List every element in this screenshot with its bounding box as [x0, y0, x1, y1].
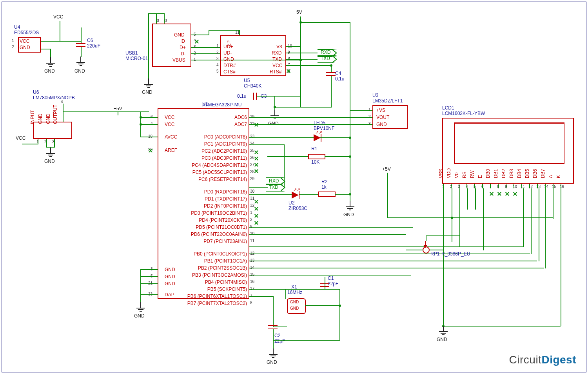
u3-part: LM35DZ/LFT1 [372, 98, 403, 104]
lcd-p7: DB0 [485, 169, 491, 178]
wire [300, 16, 301, 107]
u6-part: LM7805MPX/NOPB [33, 95, 75, 100]
brand-b: Digest [541, 354, 576, 366]
brand-a: Circuit [509, 354, 542, 366]
nc-icon [513, 192, 517, 196]
u6-in: INPUT [30, 110, 35, 124]
gnd-text: GND [267, 359, 277, 365]
u2-ref: U2 [289, 200, 294, 206]
wire [483, 188, 484, 250]
junction [140, 116, 142, 119]
usb-p3: D+ [180, 45, 186, 50]
rxd: RXD [321, 49, 330, 55]
p5v-label3: +5V [114, 106, 122, 111]
u1-n8: 8 [250, 301, 252, 305]
wire [267, 156, 308, 157]
junction [140, 123, 142, 126]
wire [321, 137, 350, 138]
gnd-text: GND [74, 68, 85, 74]
u5-l4: DTR# [223, 63, 236, 68]
c4-val: 0.1u [335, 76, 344, 82]
u1-part: ATMEGA328P-MU [202, 102, 241, 108]
lcd-p6: E [477, 175, 483, 178]
gnd-text: GND [343, 212, 354, 217]
wire [426, 235, 426, 241]
rp1-val: R_3386P_EU [441, 251, 470, 257]
r1-val: 10K [311, 159, 319, 165]
wire [273, 296, 274, 327]
p5v-label2: +5V [382, 166, 391, 172]
u2-part: ZIR053C [289, 206, 307, 211]
u1-p2: PD4 (PCINT20XCKT0) [180, 217, 247, 223]
nc-icon [194, 39, 199, 44]
wire [63, 104, 64, 122]
u3p1: +VS [376, 108, 385, 113]
u1-p29: PC6 (RESETPCINT14) [180, 177, 247, 182]
wire [148, 13, 149, 78]
u5-r9: RXD [272, 50, 281, 56]
wire [285, 289, 286, 299]
wire [331, 76, 332, 89]
lcd-p10: DB3 [509, 169, 514, 178]
u4-part: ED555/2DS [14, 30, 39, 35]
c1-ref: C1 [328, 275, 334, 281]
wire [38, 139, 38, 144]
u6-g1: GND [38, 113, 43, 124]
wire [553, 188, 554, 218]
u3-ref: U3 [372, 93, 378, 98]
wire [561, 188, 561, 326]
r2 [318, 192, 336, 197]
u5-ref: U5 [244, 78, 250, 83]
wire [350, 117, 350, 138]
u6-g2: GND [45, 113, 51, 124]
nc-icon [497, 192, 502, 196]
u1-n16: 16 [250, 279, 254, 284]
wire [140, 124, 158, 125]
u6-out: OUTPUT [53, 105, 58, 124]
u1-p28: PC5 (ADC5SCLPCINT13) [180, 170, 247, 175]
wire [118, 111, 141, 112]
u5n2: 2 [216, 50, 219, 55]
wire [459, 184, 459, 188]
led5-part: BPV10NF [314, 126, 334, 131]
u5-l3: GND [223, 57, 234, 62]
nc-icon [254, 199, 259, 204]
wire [285, 289, 325, 290]
c6-ref: C6 [87, 38, 93, 43]
lcd-p12: DB5 [524, 169, 530, 178]
usb-p1: VBUS [172, 57, 185, 63]
lcd-p14: DB7 [540, 169, 546, 178]
nc-icon [254, 150, 259, 155]
wire [249, 187, 268, 188]
wire [443, 188, 444, 326]
brand-logo: CircuitDigest [509, 354, 576, 366]
wire [46, 139, 47, 147]
u3p2: VOUT [376, 115, 389, 120]
wire [60, 21, 60, 42]
wire [81, 47, 82, 57]
u1-l20: AREF [165, 148, 177, 153]
nc-icon [254, 221, 259, 225]
u1-p8: PB7 (PCINT7XTAL2TOSC2) [180, 301, 247, 306]
wire [529, 184, 530, 188]
wire [249, 246, 524, 247]
wire [339, 289, 340, 341]
lcd-p13: DB6 [532, 169, 538, 178]
nc-icon [148, 148, 153, 153]
u1-n29: 29 [250, 177, 254, 181]
wire [22, 144, 38, 144]
wire [350, 22, 350, 118]
wire [531, 188, 532, 254]
wire [553, 217, 554, 219]
wire [41, 41, 60, 42]
wire [191, 35, 209, 35]
nc-icon [254, 169, 259, 173]
wire [514, 184, 514, 188]
junction [451, 217, 453, 219]
u1-p27: PC4 (ADC4SDAPCINT12) [180, 162, 247, 168]
gnd-text: GND [44, 159, 55, 164]
usb-p2: D- [181, 51, 186, 57]
lcd-p11: DB4 [517, 169, 522, 178]
u1-n2: 2 [250, 217, 252, 222]
x1-g2: GND [290, 306, 299, 310]
